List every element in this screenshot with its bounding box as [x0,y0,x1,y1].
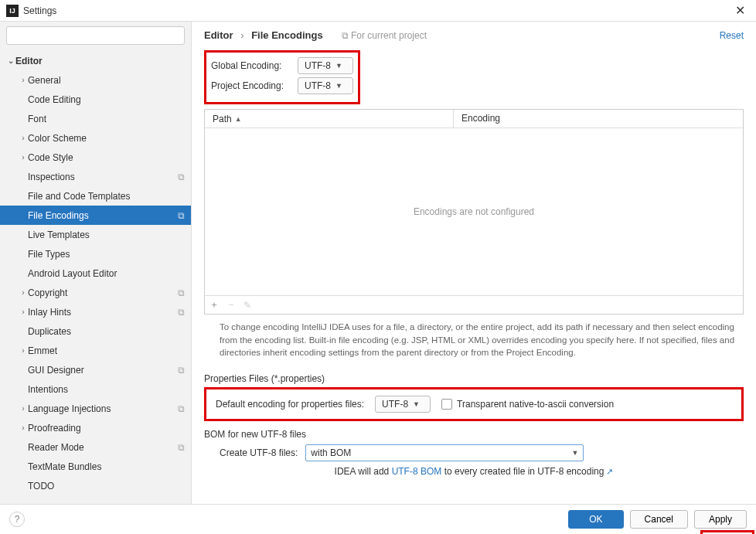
dialog-footer: ? OK Cancel Apply [0,504,756,533]
breadcrumb-root[interactable]: Editor [204,29,233,41]
tree-item-android-layout-editor[interactable]: Android Layout Editor [0,264,191,283]
tree-item-label: Language Injections [28,403,178,414]
properties-highlight: Default encoding for properties files: U… [204,387,744,421]
breadcrumb: Editor › File Encodings [204,29,323,41]
properties-encoding-combo[interactable]: UTF-8 ▼ [375,396,431,413]
titlebar: IJ Settings ✕ [0,0,756,22]
tree-item-gui-designer[interactable]: GUI Designer⧉ [0,360,191,379]
encodings-table: Path ▲ Encoding Encodings are not config… [204,109,744,315]
tree-item-proofreading[interactable]: ›Proofreading [0,418,191,437]
tree-item-label: Copyright [28,287,178,298]
tree-item-label: Font [28,114,185,124]
tree-item-emmet[interactable]: ›Emmet [0,341,191,360]
project-encoding-label: Project Encoding: [211,80,298,91]
tree-item-label: File Types [28,249,185,260]
project-encoding-combo[interactable]: UTF-8 ▼ [298,77,353,94]
breadcrumb-page: File Encodings [251,29,322,41]
tree-item-label: Inlay Hints [28,307,178,318]
chevron-right-icon: › [19,76,28,84]
tree-item-inspections[interactable]: Inspections⧉ [0,167,191,186]
project-scope-icon: ⧉ [178,307,185,318]
tree-item-label: File and Code Templates [28,191,185,202]
tree-item-label: Inspections [28,172,178,182]
chevron-right-icon: › [19,346,28,355]
chevron-down-icon: ▼ [335,82,342,90]
close-icon[interactable]: ✕ [730,3,750,18]
transparent-ascii-label: Transparent native-to-ascii conversion [457,399,614,410]
tree-item-label: Intentions [28,384,185,395]
tree-item-copyright[interactable]: ›Copyright⧉ [0,283,191,302]
tree-item-label: Editor [15,56,185,66]
chevron-down-icon: ⌄ [6,56,15,65]
add-icon[interactable]: ＋ [209,298,219,311]
tree-item-file-and-code-templates[interactable]: File and Code Templates [0,186,191,206]
chevron-right-icon: › [19,308,28,316]
tree-item-file-encodings[interactable]: File Encodings⧉ [0,206,191,225]
tree-item-color-scheme[interactable]: ›Color Scheme [0,128,191,148]
create-utf8-combo[interactable]: with BOM ▼ [305,444,584,461]
search-input[interactable] [6,26,185,45]
tree-item-reader-mode[interactable]: Reader Mode⧉ [0,437,191,457]
reset-link[interactable]: Reset [720,30,744,41]
properties-encoding-value: UTF-8 [382,399,408,410]
utf8-bom-link[interactable]: UTF-8 BOM [392,466,442,477]
tree-item-label: Reader Mode [28,442,178,453]
edit-icon: ✎ [243,300,251,311]
column-encoding[interactable]: Encoding [454,110,743,128]
apply-button[interactable]: Apply [694,510,747,529]
properties-encoding-label: Default encoding for properties files: [216,399,364,410]
tree-item-code-style[interactable]: ›Code Style [0,148,191,167]
tree-item-label: Live Templates [28,230,185,240]
bom-section-title: BOM for new UTF-8 files [204,429,744,440]
tree-item-inlay-hints[interactable]: ›Inlay Hints⧉ [0,302,191,321]
help-button[interactable]: ? [9,512,25,527]
global-encoding-combo[interactable]: UTF-8 ▼ [298,57,353,74]
tree-item-label: Android Layout Editor [28,268,185,279]
tree-item-code-editing[interactable]: Code Editing [0,90,191,109]
chevron-right-icon: › [19,134,28,142]
table-empty: Encodings are not configured [205,128,743,295]
cancel-button[interactable]: Cancel [630,510,688,529]
app-icon: IJ [6,5,19,17]
external-link-icon: ↗ [606,467,613,476]
tree-item-font[interactable]: Font [0,109,191,128]
tree-item-label: TextMate Bundles [28,461,185,472]
column-path[interactable]: Path ▲ [205,110,454,128]
tree-item-file-types[interactable]: File Types [0,244,191,264]
create-utf8-label: Create UTF-8 files: [220,447,298,458]
tree-item-label: Color Scheme [28,133,185,144]
create-utf8-value: with BOM [311,447,351,458]
tree-item-label: Emmet [28,345,185,356]
for-current-project: ⧉ For current project [342,30,427,41]
tree-item-label: File Encodings [28,210,178,221]
tree-item-language-injections[interactable]: ›Language Injections⧉ [0,399,191,418]
tree-item-general[interactable]: ›General [0,70,191,90]
project-scope-icon: ⧉ [178,365,185,376]
project-encoding-value: UTF-8 [305,80,331,91]
transparent-ascii-checkbox[interactable]: Transparent native-to-ascii conversion [441,399,614,410]
tree-item-label: Code Editing [28,94,185,105]
sidebar: 🔍 ⌄Editor›GeneralCode EditingFont›Color … [0,22,192,504]
bom-note: IDEA will add UTF-8 BOM to every created… [204,466,744,477]
tree-item-label: General [28,75,185,86]
sort-asc-icon: ▲ [235,115,242,123]
encoding-highlight: Global Encoding: UTF-8 ▼ Project Encodin… [204,50,360,104]
project-scope-icon: ⧉ [178,172,185,182]
tree-item-textmate-bundles[interactable]: TextMate Bundles [0,457,191,476]
tree-item-label: Duplicates [28,326,185,337]
tree-item-label: Code Style [28,152,185,163]
properties-section-title: Properties Files (*.properties) [204,373,744,384]
tree-item-intentions[interactable]: Intentions [0,379,191,399]
tree-item-editor[interactable]: ⌄Editor [0,51,191,70]
window-title: Settings [23,5,56,16]
tree-item-duplicates[interactable]: Duplicates [0,321,191,341]
project-scope-icon: ⧉ [178,442,185,453]
tree-item-live-templates[interactable]: Live Templates [0,225,191,244]
checkbox-icon [441,399,452,410]
chevron-down-icon: ▼ [413,400,420,408]
tree-item-todo[interactable]: TODO [0,476,191,495]
tree-item-label: TODO [28,481,185,491]
ok-button[interactable]: OK [568,510,623,529]
apply-highlight [700,530,754,534]
chevron-right-icon: › [19,153,28,162]
